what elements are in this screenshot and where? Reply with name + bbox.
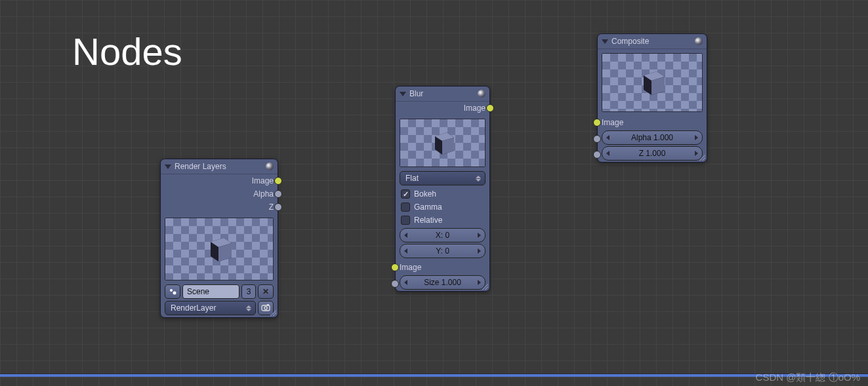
watermark: CSDN @類十緫 ①oO%	[756, 372, 860, 384]
cube-icon	[204, 234, 234, 264]
checkbox-icon	[401, 216, 410, 225]
node-title: Blur	[409, 89, 478, 98]
x-field[interactable]: X: 0	[400, 228, 486, 242]
node-preview	[165, 218, 274, 280]
chevron-right-icon[interactable]	[478, 280, 481, 285]
page-title: Nodes	[72, 29, 182, 73]
cube-icon	[637, 68, 667, 98]
timeline-bar[interactable]	[0, 374, 868, 377]
output-z[interactable]: Z	[161, 201, 278, 214]
preview-toggle-icon[interactable]	[266, 163, 274, 170]
node-header[interactable]: Render Layers	[161, 159, 278, 174]
alpha-field[interactable]: Alpha 1.000	[602, 130, 703, 145]
svg-rect-7	[267, 304, 269, 306]
socket-icon[interactable]	[593, 119, 601, 126]
chevron-left-icon[interactable]	[606, 151, 610, 156]
output-alpha[interactable]: Alpha	[161, 187, 278, 201]
socket-icon[interactable]	[274, 190, 282, 198]
size-field[interactable]: Size 1.000	[400, 275, 486, 290]
node-header[interactable]: Composite	[598, 34, 707, 49]
scene-selector-row: Scene 3 ✕	[165, 284, 274, 299]
gamma-checkbox[interactable]: Gamma	[396, 201, 489, 214]
chevron-left-icon[interactable]	[606, 135, 610, 140]
node-preview	[602, 53, 703, 112]
scene-input[interactable]: Scene	[182, 284, 239, 299]
preview-toggle-icon[interactable]	[478, 90, 486, 98]
svg-point-3	[170, 289, 173, 292]
node-composite[interactable]: Composite Image Alpha 1.000 Z 1.000	[597, 33, 707, 163]
input-image[interactable]: Image	[396, 261, 489, 274]
chevron-left-icon[interactable]	[404, 233, 407, 238]
output-image[interactable]: Image	[396, 102, 489, 115]
collapse-icon[interactable]	[400, 92, 406, 96]
node-preview	[400, 119, 486, 167]
checkbox-icon	[401, 189, 410, 199]
checkbox-icon	[401, 203, 410, 212]
chevron-left-icon[interactable]	[404, 248, 407, 254]
layer-selector-row: RenderLayer	[165, 301, 274, 315]
socket-icon[interactable]	[391, 263, 399, 271]
scene-browse-button[interactable]	[165, 284, 180, 299]
socket-icon[interactable]	[593, 151, 601, 159]
resize-handle[interactable]	[482, 283, 488, 290]
collapse-icon[interactable]	[602, 39, 608, 44]
bokeh-checkbox[interactable]: Bokeh	[396, 187, 489, 201]
socket-icon[interactable]	[593, 135, 601, 143]
socket-icon[interactable]	[274, 203, 282, 211]
collapse-icon[interactable]	[165, 164, 171, 169]
cube-icon	[429, 129, 457, 157]
filter-type-dropdown[interactable]: Flat	[400, 171, 486, 185]
z-field[interactable]: Z 1.000	[602, 146, 703, 161]
socket-icon[interactable]	[274, 177, 282, 185]
relative-checkbox[interactable]: Relative	[396, 214, 489, 227]
render-layer-dropdown[interactable]: RenderLayer	[165, 301, 256, 315]
preview-toggle-icon[interactable]	[695, 37, 703, 45]
resize-handle[interactable]	[699, 154, 705, 161]
node-blur[interactable]: Blur Image Flat Bokeh Gamma Relative X: …	[395, 86, 490, 292]
svg-point-6	[264, 307, 267, 309]
socket-icon[interactable]	[391, 280, 399, 288]
node-title: Composite	[611, 37, 695, 46]
output-image[interactable]: Image	[161, 174, 278, 187]
node-render-layers[interactable]: Render Layers Image Alpha Z Scene 3 ✕ Re…	[160, 159, 278, 318]
chevron-right-icon[interactable]	[478, 233, 481, 238]
chevron-left-icon[interactable]	[404, 280, 407, 285]
chevron-right-icon[interactable]	[695, 151, 698, 156]
resize-handle[interactable]	[270, 309, 276, 316]
scene-remove-button[interactable]: ✕	[258, 284, 274, 299]
y-field[interactable]: Y: 0	[400, 244, 486, 258]
node-header[interactable]: Blur	[396, 87, 489, 102]
chevron-right-icon[interactable]	[478, 248, 481, 254]
input-image[interactable]: Image	[598, 116, 707, 129]
socket-icon[interactable]	[486, 104, 494, 112]
scene-users-count[interactable]: 3	[241, 284, 256, 299]
svg-point-4	[173, 292, 176, 295]
chevron-right-icon[interactable]	[695, 135, 698, 140]
node-title: Render Layers	[175, 162, 266, 171]
